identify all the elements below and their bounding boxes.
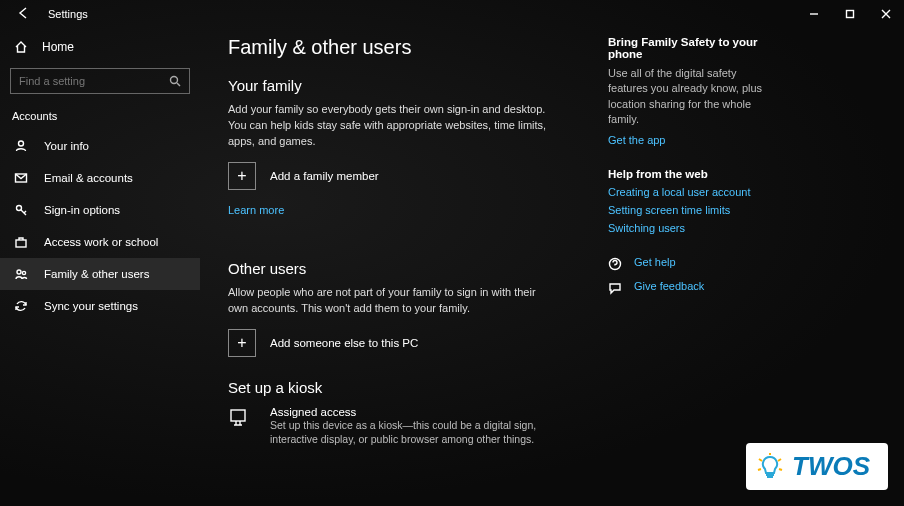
other-users-heading: Other users xyxy=(228,260,588,277)
svg-rect-5 xyxy=(16,240,26,247)
add-other-label: Add someone else to this PC xyxy=(270,337,418,349)
section-label: Accounts xyxy=(0,104,200,130)
help-link[interactable]: Creating a local user account xyxy=(608,186,768,198)
svg-point-4 xyxy=(17,206,22,211)
svg-point-2 xyxy=(19,141,24,146)
home-nav[interactable]: Home xyxy=(0,32,200,62)
maximize-icon xyxy=(845,9,855,19)
search-box[interactable] xyxy=(10,68,190,94)
safety-heading: Bring Family Safety to your phone xyxy=(608,36,768,60)
nav-label: Sign-in options xyxy=(44,204,120,216)
svg-point-7 xyxy=(22,271,25,274)
person-icon xyxy=(12,139,30,153)
svg-point-1 xyxy=(171,77,178,84)
help-link[interactable]: Switching users xyxy=(608,222,768,234)
nav-signin-options[interactable]: Sign-in options xyxy=(0,194,200,226)
arrow-left-icon xyxy=(16,6,30,20)
family-desc: Add your family so everybody gets their … xyxy=(228,102,558,150)
add-family-label: Add a family member xyxy=(270,170,379,182)
close-button[interactable] xyxy=(868,0,904,28)
people-icon xyxy=(12,267,30,281)
watermark-text: TWOS xyxy=(792,451,870,482)
maximize-button[interactable] xyxy=(832,0,868,28)
lightbulb-icon xyxy=(756,453,784,481)
minimize-icon xyxy=(809,9,819,19)
mail-icon xyxy=(12,171,30,185)
safety-desc: Use all of the digital safety features y… xyxy=(608,66,768,128)
nav-work-school[interactable]: Access work or school xyxy=(0,226,200,258)
help-web-heading: Help from the web xyxy=(608,168,768,180)
get-help-link[interactable]: Get help xyxy=(608,256,768,274)
other-users-desc: Allow people who are not part of your fa… xyxy=(228,285,558,317)
nav-email-accounts[interactable]: Email & accounts xyxy=(0,162,200,194)
search-input[interactable] xyxy=(19,75,159,87)
svg-rect-8 xyxy=(231,410,245,421)
add-family-member-button[interactable]: + Add a family member xyxy=(228,162,588,190)
family-heading: Your family xyxy=(228,77,588,94)
feedback-icon xyxy=(608,281,626,297)
back-button[interactable] xyxy=(8,2,38,26)
learn-more-link[interactable]: Learn more xyxy=(228,204,284,216)
briefcase-icon xyxy=(12,235,30,249)
help-rail: Bring Family Safety to your phone Use al… xyxy=(588,36,768,506)
key-icon xyxy=(12,203,30,217)
nav-label: Sync your settings xyxy=(44,300,138,312)
titlebar: Settings xyxy=(0,0,904,28)
sync-icon xyxy=(12,299,30,313)
add-other-user-button[interactable]: + Add someone else to this PC xyxy=(228,329,588,357)
window-title: Settings xyxy=(38,8,88,20)
main-panel: Family & other users Your family Add you… xyxy=(200,28,904,506)
home-label: Home xyxy=(42,40,74,54)
svg-rect-0 xyxy=(847,11,854,18)
search-icon xyxy=(169,75,181,87)
nav-label: Access work or school xyxy=(44,236,158,248)
assigned-access-title: Assigned access xyxy=(270,406,570,418)
kiosk-icon xyxy=(228,406,256,432)
plus-icon: + xyxy=(228,162,256,190)
watermark: TWOS xyxy=(746,443,888,490)
nav-family-other-users[interactable]: Family & other users xyxy=(0,258,200,290)
plus-icon: + xyxy=(228,329,256,357)
kiosk-heading: Set up a kiosk xyxy=(228,379,588,396)
svg-point-6 xyxy=(17,270,21,274)
page-title: Family & other users xyxy=(228,36,588,59)
nav-label: Family & other users xyxy=(44,268,149,280)
assigned-access-button[interactable]: Assigned access Set up this device as a … xyxy=(228,406,588,447)
help-icon xyxy=(608,257,626,273)
give-feedback-link[interactable]: Give feedback xyxy=(608,280,768,298)
nav-label: Email & accounts xyxy=(44,172,133,184)
nav-your-info[interactable]: Your info xyxy=(0,130,200,162)
get-app-link[interactable]: Get the app xyxy=(608,134,768,146)
sidebar: Home Accounts Your info Email & accounts… xyxy=(0,28,200,506)
assigned-access-desc: Set up this device as a kiosk—this could… xyxy=(270,418,570,447)
close-icon xyxy=(881,9,891,19)
home-icon xyxy=(12,40,30,54)
minimize-button[interactable] xyxy=(796,0,832,28)
help-link[interactable]: Setting screen time limits xyxy=(608,204,768,216)
nav-label: Your info xyxy=(44,140,89,152)
nav-sync-settings[interactable]: Sync your settings xyxy=(0,290,200,322)
